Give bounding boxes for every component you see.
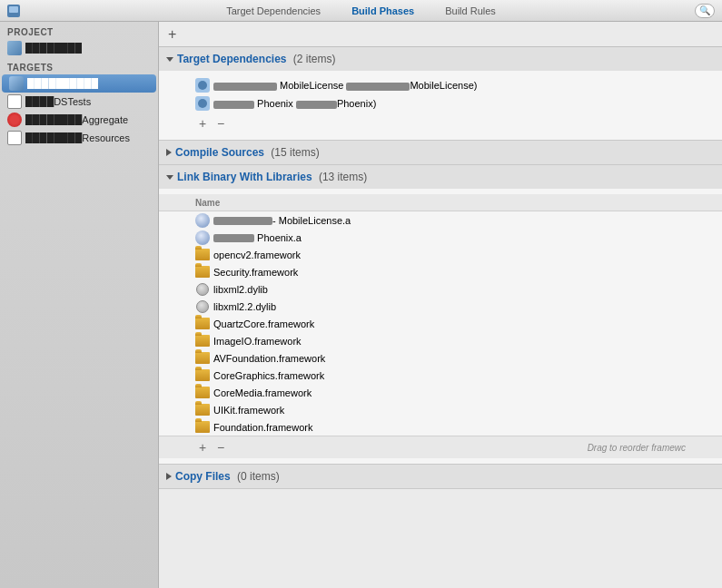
targets-section-label: TARGETS [0, 57, 158, 74]
target-0-name: ██████████ [27, 78, 98, 89]
svg-point-5 [198, 99, 207, 108]
phase-target-dependencies-title: Target Dependencies [177, 53, 286, 65]
sidebar-item-target-2[interactable]: ████████Aggregate [0, 111, 158, 129]
phase-compile-sources-header[interactable]: Compile Sources (15 items) [159, 141, 722, 164]
main-layout: PROJECT ████████ TARGETS ██████████ ████… [0, 22, 722, 588]
lib-name-6: QuartzCore.framework [213, 318, 314, 329]
framework-icon-10 [195, 386, 210, 400]
target-2-name: ████████Aggregate [25, 114, 128, 125]
target-app-icon [9, 76, 24, 91]
lib-table-header: Name [159, 194, 722, 211]
target-resources-icon [7, 131, 22, 145]
phase-target-dependencies-header[interactable]: Target Dependencies (2 items) [159, 47, 722, 71]
phase-copy-files: Copy Files (0 items) [159, 465, 722, 489]
tab-build-phases[interactable]: Build Phases [336, 3, 430, 19]
phase-target-dependencies-count: (2 items) [290, 53, 335, 65]
sidebar: PROJECT ████████ TARGETS ██████████ ████… [0, 22, 159, 588]
project-section-label: PROJECT [0, 22, 158, 39]
lib-name-8: AVFoundation.framework [213, 353, 325, 364]
lib-item-6[interactable]: QuartzCore.framework [159, 315, 722, 332]
phase-compile-sources-count: (15 items) [268, 146, 320, 159]
sidebar-item-target-3[interactable]: ████████Resources [0, 129, 158, 147]
phase-compile-sources: Compile Sources (15 items) [159, 141, 722, 165]
lib-item-3[interactable]: Security.framework [159, 263, 722, 280]
dep-text-0: MobileLicense MobileLicense) [213, 80, 477, 91]
dep-plus-minus-row: + − [159, 113, 722, 134]
lib-item-7[interactable]: ImageIO.framework [159, 332, 722, 349]
lib-item-9[interactable]: CoreGraphics.framework [159, 367, 722, 384]
lib-name-4: libxml2.dylib [213, 284, 268, 295]
lib-add-button[interactable]: + [195, 440, 210, 455]
phase-copy-files-count: (0 items) [234, 470, 280, 483]
lib-item-12[interactable]: Foundation.framework [159, 418, 722, 436]
project-name: ████████ [25, 43, 82, 54]
phase-link-binary: Link Binary With Libraries (13 items) Na… [159, 165, 722, 465]
lib-name-7: ImageIO.framework [213, 336, 302, 347]
lib-name-10: CoreMedia.framework [213, 387, 312, 398]
phase-copy-files-title: Copy Files [175, 470, 231, 483]
dep-item-0: MobileLicense MobileLicense) [159, 76, 722, 94]
framework-icon-12 [195, 420, 210, 435]
lib-item-11[interactable]: UIKit.framework [159, 401, 722, 418]
lib-item-5[interactable]: libxml2.2.dylib [159, 298, 722, 315]
dep-text-1: Phoenix Phoenix) [213, 98, 376, 109]
lib-item-0[interactable]: - MobileLicense.a [159, 211, 722, 229]
dylib-icon-4 [195, 282, 210, 297]
lib-a-icon-0 [195, 213, 210, 228]
target-1-name: ████DSTests [25, 96, 91, 107]
dep-add-button[interactable]: + [195, 116, 210, 131]
window-icon [7, 5, 20, 17]
svg-point-3 [198, 81, 207, 90]
add-phase-button[interactable]: + [166, 27, 178, 42]
pm-group: + − [195, 440, 228, 455]
lib-column-name: Name [195, 198, 220, 208]
dep-item-1: Phoenix Phoenix) [159, 94, 722, 113]
triangle-icon [166, 473, 172, 480]
lib-name-9: CoreGraphics.framework [213, 370, 324, 381]
target-aggregate-icon [7, 113, 22, 127]
lib-name-11: UIKit.framework [213, 405, 284, 416]
toolbar-search: 🔍 [695, 4, 715, 18]
sidebar-item-project[interactable]: ████████ [0, 39, 158, 57]
phase-link-binary-header[interactable]: Link Binary With Libraries (13 items) [159, 165, 722, 189]
tab-build-settings[interactable]: Target Dependencies [211, 3, 336, 19]
phase-link-binary-count: (13 items) [316, 171, 368, 183]
framework-icon-8 [195, 351, 210, 366]
framework-icon-2 [195, 248, 210, 262]
framework-icon-9 [195, 368, 210, 383]
lib-item-1[interactable]: Phoenix.a [159, 229, 722, 246]
lib-remove-button[interactable]: − [213, 440, 228, 455]
dep-remove-button[interactable]: − [213, 116, 228, 131]
lib-a-icon-1 [195, 230, 210, 245]
lib-item-4[interactable]: libxml2.dylib [159, 280, 722, 298]
toolbar-tabs: Target Dependencies Build Phases Build R… [211, 3, 511, 19]
svg-rect-1 [9, 6, 18, 13]
triangle-icon [166, 149, 172, 156]
lib-name-2: opencv2.framework [213, 250, 301, 260]
framework-icon-3 [195, 265, 210, 279]
search-button[interactable]: 🔍 [695, 4, 715, 18]
dep-app-icon-1 [195, 96, 210, 111]
sidebar-item-target-0[interactable]: ██████████ [2, 74, 156, 93]
lib-name-12: Foundation.framework [213, 422, 312, 433]
phase-link-binary-title: Link Binary With Libraries [177, 171, 312, 183]
lib-plus-minus-row: + − Drag to reorder framewc [159, 436, 722, 458]
target-tests-icon [7, 94, 22, 109]
content-area: + Target Dependencies (2 items) MobileLi… [159, 22, 722, 588]
content-toolbar: + [159, 22, 722, 47]
lib-item-2[interactable]: opencv2.framework [159, 246, 722, 263]
lib-item-10[interactable]: CoreMedia.framework [159, 384, 722, 401]
sidebar-item-target-1[interactable]: ████DSTests [0, 93, 158, 111]
framework-icon-6 [195, 317, 210, 331]
framework-icon-7 [195, 334, 210, 348]
triangle-icon [166, 57, 173, 62]
dylib-icon-5 [195, 299, 210, 314]
drag-hint: Drag to reorder framewc [588, 443, 686, 453]
phase-copy-files-header[interactable]: Copy Files (0 items) [159, 465, 722, 488]
tab-build-rules[interactable]: Build Rules [430, 3, 511, 19]
lib-item-8[interactable]: AVFoundation.framework [159, 349, 722, 367]
triangle-icon [166, 175, 173, 180]
lib-name-0: - MobileLicense.a [213, 215, 351, 226]
toolbar: Target Dependencies Build Phases Build R… [0, 0, 722, 22]
phase-target-dependencies-body: MobileLicense MobileLicense) Phoenix Pho… [159, 71, 722, 140]
